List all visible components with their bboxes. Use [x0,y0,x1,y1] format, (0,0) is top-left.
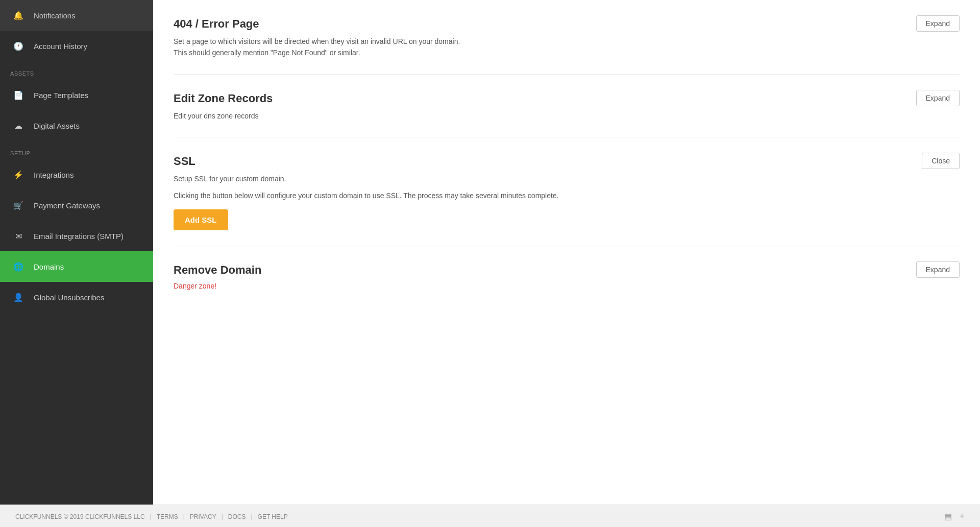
sidebar-item-domains[interactable]: 🌐Domains [0,251,153,282]
sidebar-item-page-templates[interactable]: 📄Page Templates [0,80,153,110]
integrations-icon: ⚡ [10,166,27,183]
global-unsubscribes-icon: 👤 [10,289,27,305]
sidebar-item-label-page-templates: Page Templates [34,91,88,100]
section-ssl: SSLSetup SSL for your custom domain.Clic… [174,137,960,246]
footer-copyright: CLICKFUNNELS © 2019 CLICKFUNNELS LLC [15,513,145,520]
expand-button-error-page[interactable]: Expand [916,15,960,32]
sidebar-section-label: Assets [0,61,153,80]
footer: CLICKFUNNELS © 2019 CLICKFUNNELS LLC | T… [0,505,980,527]
section-title-remove-domain: Remove Domain [174,264,261,277]
footer-right: ▤ + [944,511,965,522]
sidebar-item-global-unsubscribes[interactable]: 👤Global Unsubscribes [0,282,153,313]
sidebar-item-account-history[interactable]: 🕐Account History [0,31,153,61]
section-header-remove-domain: Remove DomainDanger zone!Expand [174,261,960,290]
sidebar-item-integrations[interactable]: ⚡Integrations [0,159,153,190]
section-error-page: 404 / Error PageSet a page to which visi… [174,0,960,75]
payment-gateways-icon: 🛒 [10,197,27,213]
section-edit-zone-records: Edit Zone RecordsEdit your dns zone reco… [174,75,960,137]
sidebar-item-label-digital-assets: Digital Assets [34,122,80,130]
section-header-error-page: 404 / Error PageSet a page to which visi… [174,15,960,59]
sidebar-item-digital-assets[interactable]: ☁Digital Assets [0,110,153,141]
section-header-ssl: SSLSetup SSL for your custom domain.Clic… [174,153,960,230]
sidebar: 🔔Notifications🕐Account HistoryAssets📄Pag… [0,0,153,505]
section-desc1-ssl: Setup SSL for your custom domain. [174,173,559,184]
sidebar-item-label-notifications: Notifications [34,11,76,20]
danger-zone-text: Danger zone! [174,282,261,290]
notifications-icon: 🔔 [10,7,27,23]
account-history-icon: 🕐 [10,38,27,54]
footer-link-gethelp[interactable]: GET HELP [258,513,288,520]
section-title-ssl: SSL [174,155,559,168]
section-desc2-ssl: Clicking the button below will configure… [174,190,559,201]
section-content-ssl: SSLSetup SSL for your custom domain.Clic… [174,153,559,230]
section-content-edit-zone-records: Edit Zone RecordsEdit your dns zone reco… [174,90,273,122]
section-desc-error-page: Set a page to which visitors will be dir… [174,36,460,59]
section-content-error-page: 404 / Error PageSet a page to which visi… [174,15,460,59]
main-content: 404 / Error PageSet a page to which visi… [153,0,980,505]
sidebar-item-label-domains: Domains [34,262,64,271]
sidebar-item-label-global-unsubscribes: Global Unsubscribes [34,293,104,302]
page-templates-icon: 📄 [10,87,27,103]
section-header-edit-zone-records: Edit Zone RecordsEdit your dns zone reco… [174,90,960,122]
add-icon[interactable]: + [959,511,965,522]
sidebar-item-label-account-history: Account History [34,42,87,51]
sidebar-item-label-integrations: Integrations [34,171,74,179]
section-content-remove-domain: Remove DomainDanger zone! [174,261,261,290]
footer-link-privacy[interactable]: PRIVACY [190,513,216,520]
sidebar-item-payment-gateways[interactable]: 🛒Payment Gateways [0,190,153,221]
expand-button-remove-domain[interactable]: Expand [916,261,960,278]
sidebar-item-label-email-integrations: Email Integrations (SMTP) [34,232,124,241]
digital-assets-icon: ☁ [10,117,27,134]
sidebar-item-label-payment-gateways: Payment Gateways [34,201,100,210]
add-ssl-button[interactable]: Add SSL [174,209,228,230]
footer-left: CLICKFUNNELS © 2019 CLICKFUNNELS LLC | T… [15,513,288,520]
sidebar-item-email-integrations[interactable]: ✉Email Integrations (SMTP) [0,221,153,251]
sidebar-section-label: Setup [0,141,153,159]
section-remove-domain: Remove DomainDanger zone!Expand [174,246,960,305]
section-title-error-page: 404 / Error Page [174,17,460,31]
rss-icon[interactable]: ▤ [944,512,952,521]
email-integrations-icon: ✉ [10,228,27,244]
close-button-ssl[interactable]: Close [922,153,960,169]
domains-icon: 🌐 [10,258,27,275]
sidebar-item-notifications[interactable]: 🔔Notifications [0,0,153,31]
expand-button-edit-zone-records[interactable]: Expand [916,90,960,106]
footer-link-docs[interactable]: DOCS [228,513,246,520]
section-desc-edit-zone-records: Edit your dns zone records [174,110,273,122]
footer-link-terms[interactable]: TERMS [157,513,178,520]
section-title-edit-zone-records: Edit Zone Records [174,92,273,105]
